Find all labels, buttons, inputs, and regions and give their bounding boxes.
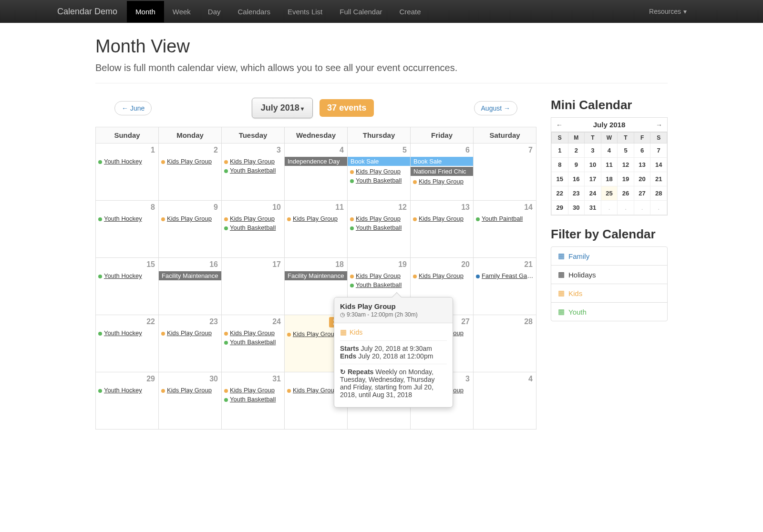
mini-day[interactable]: 1 — [552, 143, 568, 158]
nav-item-full-calendar[interactable]: Full Calendar — [331, 1, 391, 22]
event-bar[interactable]: National Fried Chic — [411, 167, 473, 176]
mini-day[interactable]: 25 — [601, 186, 618, 201]
event-item[interactable]: Kids Play Group — [222, 328, 284, 338]
nav-item-create[interactable]: Create — [391, 1, 430, 22]
event-link[interactable]: Youth Hockey — [104, 158, 142, 165]
mini-day[interactable]: 22 — [552, 186, 568, 201]
calendar-cell[interactable]: 2Kids Play Group — [159, 143, 222, 201]
event-link[interactable]: Youth Basketball — [356, 224, 402, 231]
mini-day[interactable]: 12 — [618, 158, 634, 172]
calendar-cell[interactable]: 21Family Feast Gathe — [474, 258, 536, 315]
event-item[interactable]: Kids Play Group — [348, 271, 410, 280]
event-item[interactable]: Kids Play Group — [411, 177, 473, 186]
event-link[interactable]: Kids Play Group — [356, 215, 401, 222]
event-item[interactable]: Youth Paintball — [474, 214, 536, 223]
month-picker[interactable]: July 2018 — [252, 98, 313, 118]
event-link[interactable]: Youth Basketball — [230, 338, 276, 346]
calendar-cell[interactable]: 12Kids Play GroupYouth Basketball — [348, 201, 411, 258]
mini-next-button[interactable]: → — [656, 121, 662, 129]
nav-item-day[interactable]: Day — [199, 1, 229, 22]
calendar-cell[interactable]: 15Youth Hockey — [96, 258, 159, 315]
calendar-cell[interactable]: 16Facility Maintenance — [159, 258, 222, 315]
mini-day[interactable]: 29 — [552, 201, 568, 215]
calendar-cell[interactable]: 13Kids Play Group — [411, 201, 474, 258]
calendar-cell[interactable]: 8Youth Hockey — [96, 201, 159, 258]
event-link[interactable]: Kids Play Group — [230, 158, 275, 165]
calendar-cell[interactable]: 9Kids Play Group — [159, 201, 222, 258]
event-link[interactable]: Youth Hockey — [104, 329, 142, 337]
brand[interactable]: Calendar Demo — [57, 7, 117, 17]
event-bar[interactable]: Facility Maintenance — [285, 271, 347, 280]
mini-day[interactable]: 28 — [650, 186, 667, 201]
event-bar[interactable]: Book Sale — [411, 157, 473, 166]
event-link[interactable]: Kids Play Group — [167, 329, 212, 337]
calendar-cell[interactable]: 11Kids Play Group — [285, 201, 348, 258]
calendar-cell[interactable]: 17 — [222, 258, 285, 315]
calendar-cell[interactable]: 23Kids Play Group — [159, 315, 222, 372]
mini-day[interactable]: 2 — [568, 143, 585, 158]
event-item[interactable]: Youth Hockey — [96, 328, 158, 338]
event-item[interactable]: Kids Play Group — [222, 386, 284, 395]
filter-item-youth[interactable]: Youth — [551, 303, 667, 321]
event-link[interactable]: Kids Play Group — [419, 272, 464, 279]
calendar-cell[interactable]: 3Kids Play GroupYouth Basketball — [222, 143, 285, 201]
mini-day[interactable]: 6 — [634, 143, 650, 158]
calendar-cell[interactable]: 7 — [474, 143, 536, 201]
event-link[interactable]: Kids Play Group — [356, 272, 401, 279]
next-month-button[interactable]: August — [474, 101, 517, 115]
event-link[interactable]: Kids Play Group — [167, 158, 212, 165]
event-item[interactable]: Youth Hockey — [96, 271, 158, 280]
nav-resources[interactable]: Resources ▾ — [649, 8, 687, 15]
prev-month-button[interactable]: June — [114, 101, 152, 115]
event-item[interactable]: Youth Basketball — [222, 223, 284, 232]
nav-item-calendars[interactable]: Calendars — [229, 1, 279, 22]
calendar-cell[interactable]: 29Youth Hockey — [96, 372, 159, 430]
event-link[interactable]: Youth Hockey — [104, 387, 142, 394]
mini-prev-button[interactable]: ← — [556, 121, 563, 129]
event-link[interactable]: Kids Play Group — [419, 215, 464, 222]
mini-day[interactable]: 13 — [634, 158, 650, 172]
nav-item-week[interactable]: Week — [164, 1, 199, 22]
event-item[interactable]: Kids Play Group — [348, 214, 410, 223]
nav-item-events-list[interactable]: Events List — [279, 1, 331, 22]
event-link[interactable]: Youth Hockey — [104, 215, 142, 222]
filter-item-kids[interactable]: Kids — [551, 284, 667, 303]
mini-day[interactable]: 17 — [585, 172, 601, 186]
calendar-cell[interactable]: 6Book SaleNational Fried ChicKids Play G… — [411, 143, 474, 201]
event-item[interactable]: Kids Play Group — [285, 214, 347, 223]
mini-day[interactable]: 26 — [618, 186, 634, 201]
event-item[interactable]: Kids Play Group — [222, 157, 284, 166]
popover-category[interactable]: Kids — [340, 328, 447, 340]
event-item[interactable]: Youth Basketball — [348, 280, 410, 289]
event-link[interactable]: Kids Play Group — [167, 387, 212, 394]
mini-day[interactable]: 3 — [585, 143, 601, 158]
event-link[interactable]: Youth Basketball — [230, 396, 276, 403]
event-item[interactable]: Youth Hockey — [96, 214, 158, 223]
mini-day[interactable]: 16 — [568, 172, 585, 186]
nav-item-month[interactable]: Month — [127, 1, 164, 22]
event-link[interactable]: Kids Play Group — [293, 387, 338, 394]
mini-day[interactable]: 18 — [601, 172, 618, 186]
calendar-cell[interactable]: 5Book SaleKids Play GroupYouth Basketbal… — [348, 143, 411, 201]
event-link[interactable]: Kids Play Group — [230, 215, 275, 222]
event-link[interactable]: Youth Basketball — [230, 224, 276, 231]
calendar-cell[interactable]: 28 — [474, 315, 536, 372]
event-item[interactable]: Youth Basketball — [348, 176, 410, 185]
event-item[interactable]: Kids Play Group — [159, 328, 221, 338]
event-bar[interactable]: Facility Maintenance — [159, 271, 221, 280]
mini-day[interactable]: 10 — [585, 158, 601, 172]
event-item[interactable]: Kids Play Group — [159, 157, 221, 166]
event-item[interactable]: Kids Play Group — [348, 167, 410, 176]
event-item[interactable]: Youth Basketball — [222, 338, 284, 347]
mini-day[interactable]: 4 — [601, 143, 618, 158]
mini-day[interactable]: 14 — [650, 158, 667, 172]
event-bar[interactable]: Independence Day — [285, 157, 347, 166]
mini-day[interactable]: 15 — [552, 172, 568, 186]
mini-day[interactable]: 23 — [568, 186, 585, 201]
mini-day[interactable]: 21 — [650, 172, 667, 186]
mini-day[interactable]: 20 — [634, 172, 650, 186]
event-item[interactable]: Youth Hockey — [96, 386, 158, 395]
event-bar[interactable]: Book Sale — [348, 157, 410, 166]
event-item[interactable]: Kids Play Group — [411, 214, 473, 223]
event-link[interactable]: Kids Play Group — [293, 215, 338, 222]
